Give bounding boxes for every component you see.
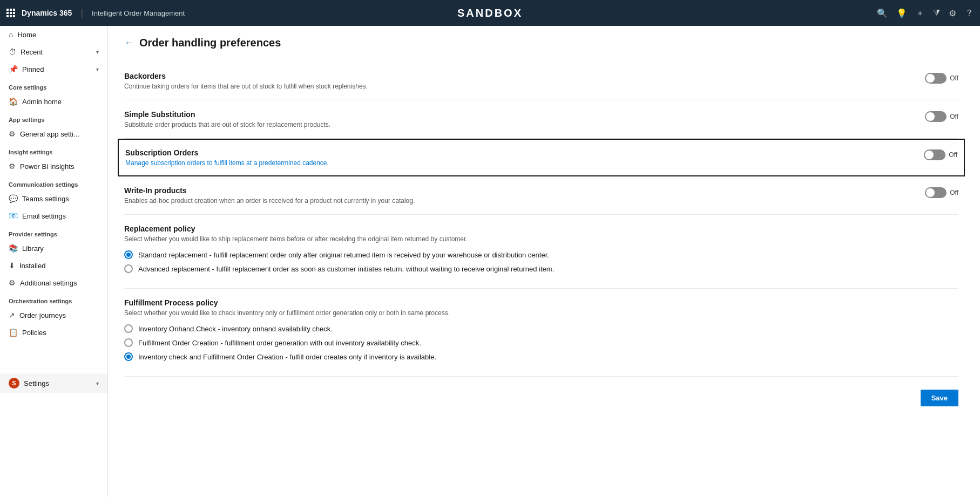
sidebar-item-power-bi[interactable]: ⚙ Power Bi Insights [0,158,107,175]
subscription-orders-desc: Manage subscription orders to fulfill it… [125,159,913,167]
general-app-icon: ⚙ [9,130,16,138]
nav-separator: | [80,8,83,19]
communication-settings-section-title: Communication settings [0,175,107,190]
brand-name[interactable]: Dynamics 365 [22,9,72,17]
fulfillment-policy-section: Fulfillment Process policy Select whethe… [124,289,958,377]
subscription-orders-info: Subscription Orders Manage subscription … [125,148,913,167]
sidebar-item-admin-home[interactable]: 🏠 Admin home [0,93,107,110]
backorders-title: Backorders [124,72,914,80]
write-in-products-toggle[interactable] [925,187,947,198]
replacement-advanced-option[interactable]: Advanced replacement - fulfill replaceme… [124,264,958,273]
backorders-desc: Continue taking orders for items that ar… [124,83,914,90]
sidebar-item-library[interactable]: 📚 Library [0,240,107,257]
sidebar-item-home[interactable]: ⌂ Home [0,26,107,43]
sidebar: ⌂ Home ⏱ Recent ▾ 📌 Pinned ▾ Core settin… [0,26,108,497]
sidebar-item-teams[interactable]: 💬 Teams settings [0,190,107,207]
waffle-menu-icon[interactable] [6,9,15,17]
replacement-advanced-label: Advanced replacement - fulfill replaceme… [138,265,554,273]
backorders-info: Backorders Continue taking orders for it… [124,72,914,90]
replacement-policy-section: Replacement policy Select whether you wo… [124,215,958,289]
subscription-orders-setting-row: Subscription Orders Manage subscription … [118,139,965,176]
orchestration-settings-section-title: Orchestration settings [0,291,107,307]
fulfillment-order-creation-radio[interactable] [124,338,133,347]
subscription-orders-toggle[interactable] [924,149,945,160]
top-nav-icons: 🔍 💡 ＋ ⧩ ⚙ ？ [877,8,974,19]
email-icon: 📧 [9,212,18,220]
core-settings-section-title: Core settings [0,78,107,93]
power-bi-icon: ⚙ [9,162,16,171]
top-navbar: Dynamics 365 | Intelligent Order Managem… [0,0,980,26]
simple-substitution-toggle-label: Off [950,113,958,120]
backorders-toggle-container: Off [925,72,958,84]
write-in-products-toggle-label: Off [950,189,958,196]
fulfillment-inventory-onhand-option[interactable]: Inventory Onhand Check - inventory onhan… [124,324,958,333]
teams-icon: 💬 [9,194,18,203]
fulfillment-inventory-and-fulfillment-option[interactable]: Inventory check and Fulfillment Order Cr… [124,352,958,361]
help-icon[interactable]: ？ [965,8,974,19]
sidebar-item-policies[interactable]: 📋 Policies [0,324,107,341]
subscription-orders-toggle-container: Off [924,148,957,160]
app-name: Intelligent Order Management [92,9,185,17]
sidebar-item-pinned[interactable]: 📌 Pinned ▾ [0,60,107,78]
sandbox-title: SANDBOX [457,7,523,19]
sidebar-item-order-journeys[interactable]: ↗ Order journeys [0,307,107,324]
save-btn-row: Save [124,377,958,406]
replacement-policy-title: Replacement policy [124,224,958,233]
write-in-products-toggle-container: Off [925,186,958,198]
fulfillment-policy-title: Fulfillment Process policy [124,298,958,307]
home-icon: ⌂ [9,30,13,39]
settings-chevron-icon: ▾ [96,380,99,386]
write-in-products-setting-row: Write-In products Enables ad-hoc product… [124,176,958,215]
replacement-standard-option[interactable]: Standard replacement - fulfill replaceme… [124,250,958,259]
save-button[interactable]: Save [921,390,958,406]
recent-icon: ⏱ [9,47,16,56]
page-title: Order handling preferences [139,37,281,49]
library-icon: 📚 [9,244,18,253]
simple-substitution-desc: Substitute order products that are out o… [124,121,914,128]
sidebar-item-recent[interactable]: ⏱ Recent ▾ [0,43,107,60]
admin-home-icon: 🏠 [9,97,18,106]
fulfillment-inventory-and-fulfillment-radio[interactable] [124,352,133,361]
replacement-standard-radio[interactable] [124,250,133,259]
simple-substitution-info: Simple Substitution Substitute order pro… [124,110,914,128]
backorders-toggle-label: Off [950,74,958,82]
settings-avatar: S [9,378,19,389]
write-in-products-title: Write-In products [124,186,914,195]
sidebar-item-general-app[interactable]: ⚙ General app setti... [0,125,107,142]
replacement-policy-desc: Select whether you would like to ship re… [124,235,958,243]
additional-settings-icon: ⚙ [9,278,16,287]
gear-icon[interactable]: ⚙ [949,8,956,18]
plus-icon[interactable]: ＋ [916,8,924,19]
lightbulb-icon[interactable]: 💡 [896,8,907,18]
replacement-advanced-radio[interactable] [124,264,133,273]
sidebar-bottom-settings[interactable]: S Settings ▾ [0,373,107,393]
write-in-products-info: Write-In products Enables ad-hoc product… [124,186,914,205]
sidebar-item-email[interactable]: 📧 Email settings [0,207,107,224]
sidebar-item-additional-settings[interactable]: ⚙ Additional settings [0,274,107,291]
pinned-chevron-icon: ▾ [96,66,99,72]
search-icon[interactable]: 🔍 [877,8,888,18]
filter-icon[interactable]: ⧩ [933,8,940,18]
pinned-icon: 📌 [9,65,18,73]
simple-substitution-toggle-container: Off [925,110,958,122]
provider-settings-section-title: Provider settings [0,224,107,240]
fulfillment-policy-desc: Select whether you would like to check i… [124,309,958,317]
simple-substitution-setting-row: Simple Substitution Substitute order pro… [124,100,958,139]
installed-icon: ⬇ [9,261,15,270]
backorders-setting-row: Backorders Continue taking orders for it… [124,62,958,100]
fulfillment-inventory-onhand-radio[interactable] [124,324,133,333]
back-button[interactable]: ← [124,37,134,49]
backorders-toggle[interactable] [925,73,947,84]
fulfillment-order-creation-option[interactable]: Fulfillment Order Creation - fulfillment… [124,338,958,347]
simple-substitution-toggle[interactable] [925,111,947,122]
page-header: ← Order handling preferences [124,37,958,49]
write-in-products-desc: Enables ad-hoc product creation when an … [124,197,914,205]
simple-substitution-title: Simple Substitution [124,110,914,119]
fulfillment-inventory-onhand-label: Inventory Onhand Check - inventory onhan… [138,325,333,333]
main-layout: ⌂ Home ⏱ Recent ▾ 📌 Pinned ▾ Core settin… [0,26,980,497]
insight-settings-section-title: Insight settings [0,142,107,158]
content-area: ← Order handling preferences Backorders … [108,26,980,497]
sidebar-item-installed[interactable]: ⬇ Installed [0,257,107,274]
replacement-standard-label: Standard replacement - fulfill replaceme… [138,251,549,259]
subscription-orders-toggle-label: Off [949,151,957,159]
